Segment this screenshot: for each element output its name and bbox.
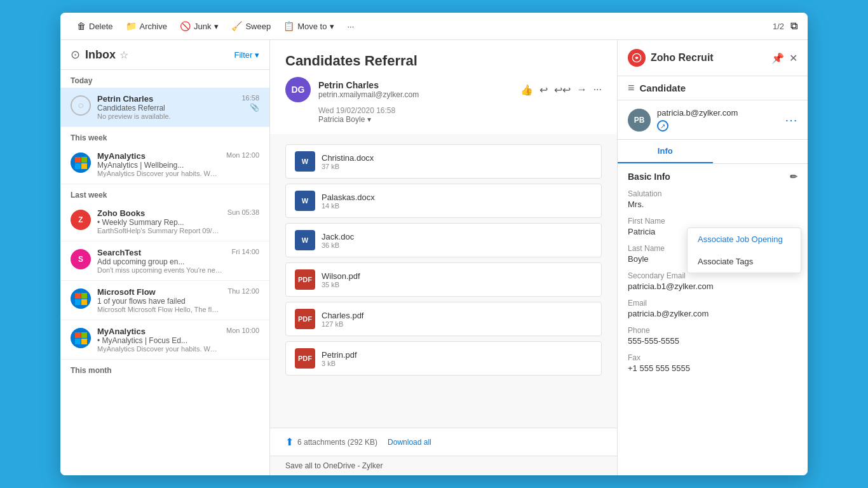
associate-job-opening-item[interactable]: Associate Job Opening: [688, 228, 801, 250]
to-chevron-icon[interactable]: ▾: [367, 115, 371, 124]
delete-button[interactable]: 🗑 Delete: [71, 18, 119, 34]
sender-name: Petrin Charles: [318, 80, 513, 90]
like-button[interactable]: 👍: [520, 84, 533, 96]
attachment-size: 36 kB: [322, 241, 354, 249]
salutation-field: Salutation Mrs.: [628, 189, 797, 209]
svg-rect-3: [81, 163, 87, 169]
reply-all-button[interactable]: ↩↩: [554, 84, 571, 96]
attachment-name: Palaskas.docx: [322, 193, 375, 202]
avatar: [71, 288, 91, 309]
email-preview: MyAnalytics Discover your habits. Work s…: [97, 345, 220, 353]
svg-rect-4: [75, 293, 81, 299]
avatar: [71, 152, 91, 173]
sender-email: petrin.xmailymail@zylker.com: [318, 90, 513, 99]
email-body: Microsoft Flow 1 of your flows have fail…: [97, 287, 221, 313]
table-row: W Palaskas.docx 14 kB: [285, 184, 602, 218]
reply-button[interactable]: ↩: [539, 84, 548, 96]
inbox-list: Today ○ Petrin Charles Candidates Referr…: [60, 70, 269, 475]
secondary-email-field: Secondary Email patricia.b1@zylker.com: [628, 271, 797, 291]
table-row: W Jack.doc 36 kB: [285, 223, 602, 257]
doc-icon: W: [295, 230, 315, 250]
email-body: Zoho Books • Weekly Summary Rep... Earth…: [97, 208, 221, 234]
zoho-tabs: Info: [618, 140, 808, 164]
attachment-name: Christina.docx: [322, 153, 374, 163]
basic-info-title: Basic Info ✏: [628, 172, 797, 182]
candidate-email: patricia.b@zylker.com: [657, 108, 778, 118]
email-from: MyAnalytics: [97, 151, 220, 161]
list-item[interactable]: Microsoft Flow 1 of your flows have fail…: [60, 281, 269, 320]
attachments-footer: ⬆ 6 attachments (292 KB) Download all: [270, 428, 617, 456]
pdf-icon: PDF: [295, 269, 315, 290]
attachment-info: Jack.doc 36 kB: [322, 232, 354, 249]
delete-icon: 🗑: [77, 21, 86, 31]
email-detail-from: DG Petrin Charles petrin.xmailymail@zylk…: [285, 77, 602, 102]
list-item[interactable]: S SearchTest Add upcoming group en... Do…: [60, 241, 269, 281]
zoho-logo: [628, 49, 646, 67]
close-button[interactable]: ✕: [789, 52, 797, 64]
avatar: ○: [71, 95, 91, 116]
email-subject: Add upcoming group en...: [97, 257, 226, 266]
window-icon: ⧉: [790, 20, 797, 32]
fax-value: +1 555 555 5555: [628, 363, 797, 373]
attachment-list: W Christina.docx 37 kB W Palaskas.docx 1…: [285, 144, 602, 376]
more-button[interactable]: ···: [341, 18, 360, 34]
inbox-panel: ⊙ Inbox ☆ Filter ▾ Today ○ Petrin Charle…: [60, 40, 270, 475]
attachments-summary: ⬆ 6 attachments (292 KB): [285, 436, 377, 448]
email-from: Petrin Charles: [97, 94, 235, 104]
filter-button[interactable]: Filter ▾: [234, 50, 259, 60]
junk-button[interactable]: 🚫 Junk ▾: [173, 18, 225, 34]
svg-rect-2: [75, 163, 81, 169]
sweep-icon: 🧹: [231, 21, 242, 31]
zoho-header-actions: 📌 ✕: [771, 52, 797, 64]
tab-info[interactable]: Info: [618, 140, 713, 163]
page-indicator: 1/2: [773, 22, 784, 31]
toolbar: 🗑 Delete 📁 Archive 🚫 Junk ▾ 🧹 Sweep 📋 Mo…: [60, 13, 808, 40]
email-date: Wed 19/02/2020 16:58: [285, 106, 602, 115]
sweep-button[interactable]: 🧹 Sweep: [225, 18, 277, 34]
list-item[interactable]: MyAnalytics • MyAnalytics | Focus Ed... …: [60, 320, 269, 360]
svg-rect-11: [81, 339, 87, 344]
email-time: Mon 12:00: [226, 151, 259, 159]
download-all-button[interactable]: Download all: [388, 438, 431, 447]
pin-button[interactable]: 📌: [771, 52, 784, 64]
list-item[interactable]: ○ Petrin Charles Candidates Referral No …: [60, 88, 269, 127]
move-to-button[interactable]: 📋 Move to ▾: [277, 18, 341, 34]
attachment-name: Charles.pdf: [322, 311, 363, 320]
list-item[interactable]: Z Zoho Books • Weekly Summary Rep... Ear…: [60, 202, 269, 241]
sender-avatar: DG: [285, 77, 311, 102]
attachment-info: Christina.docx 37 kB: [322, 153, 374, 170]
email-time: Thu 12:00: [227, 287, 259, 295]
email-time: Fri 14:00: [232, 248, 259, 255]
email-time: Mon 10:00: [226, 327, 259, 334]
email-body: Petrin Charles Candidates Referral No pr…: [97, 94, 235, 120]
archive-button[interactable]: 📁 Archive: [119, 18, 173, 34]
candidate-email-wrapper: patricia.b@zylker.com ↗: [657, 108, 778, 132]
email-from: Zoho Books: [97, 208, 221, 218]
avatar: S: [71, 249, 91, 269]
phone-value: 555-555-5555: [628, 336, 797, 346]
attachment-size: 3 kB: [322, 360, 357, 367]
list-item[interactable]: MyAnalytics MyAnalytics | Wellbeing... M…: [60, 145, 269, 184]
attachment-size: 35 kB: [322, 281, 360, 288]
email-subject: Candidates Referral: [97, 104, 235, 112]
email-meta: Thu 12:00: [227, 287, 259, 295]
svg-rect-10: [75, 339, 81, 344]
avatar: Z: [71, 210, 91, 230]
inbox-star-icon[interactable]: ☆: [119, 49, 128, 61]
email-meta: Fri 14:00: [232, 248, 259, 255]
junk-chevron-icon: ▾: [214, 22, 219, 31]
svg-rect-0: [75, 157, 81, 163]
email-body: MyAnalytics MyAnalytics | Wellbeing... M…: [97, 151, 220, 177]
email-preview: No preview is available.: [97, 112, 235, 120]
associate-tags-item[interactable]: Associate Tags: [688, 250, 801, 273]
reading-pane: Candidates Referral DG Petrin Charles pe…: [270, 40, 617, 475]
forward-button[interactable]: →: [577, 84, 587, 96]
email-meta: Mon 10:00: [226, 327, 259, 334]
tab-other[interactable]: [713, 140, 808, 163]
menu-icon: ≡: [628, 81, 635, 95]
email-actions: 👍 ↩ ↩↩ → ···: [520, 84, 602, 96]
email-preview: EarthSoftHelp's Summary Report 09/02...: [97, 227, 221, 234]
more-candidate-button[interactable]: ⋯: [785, 112, 797, 128]
more-actions-button[interactable]: ···: [593, 84, 602, 96]
edit-button[interactable]: ✏: [790, 172, 797, 182]
